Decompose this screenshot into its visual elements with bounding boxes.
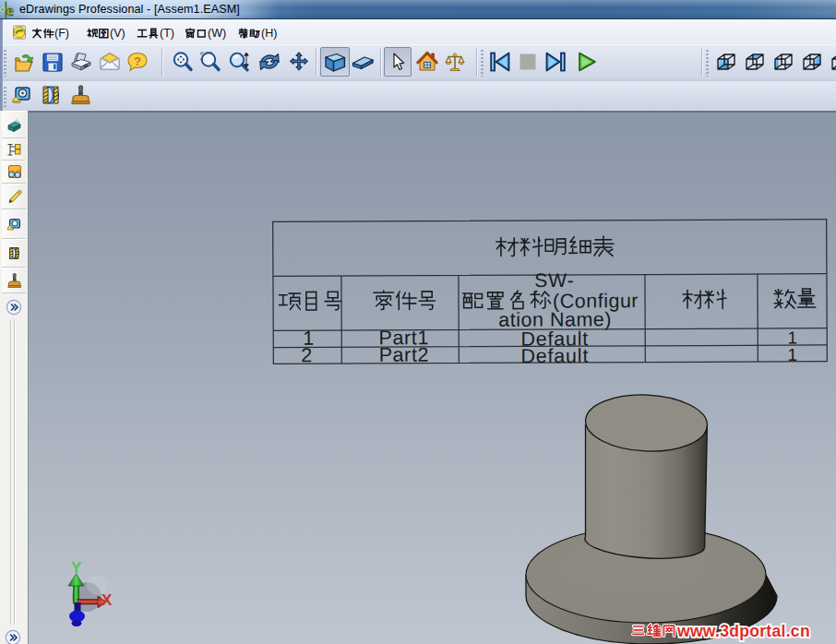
svg-text:X: X bbox=[102, 591, 113, 609]
svg-text:Y: Y bbox=[71, 559, 82, 577]
svg-text:www.3dportal.cn: www.3dportal.cn bbox=[676, 622, 810, 640]
svg-text:2: 2 bbox=[301, 344, 312, 366]
svg-text:Part2: Part2 bbox=[379, 344, 429, 366]
svg-text:1: 1 bbox=[787, 345, 797, 364]
svg-text:e: e bbox=[6, 2, 14, 19]
svg-text:Default: Default bbox=[520, 345, 589, 367]
svg-text:?: ? bbox=[134, 54, 141, 68]
svg-text:SW-: SW- bbox=[534, 269, 575, 291]
